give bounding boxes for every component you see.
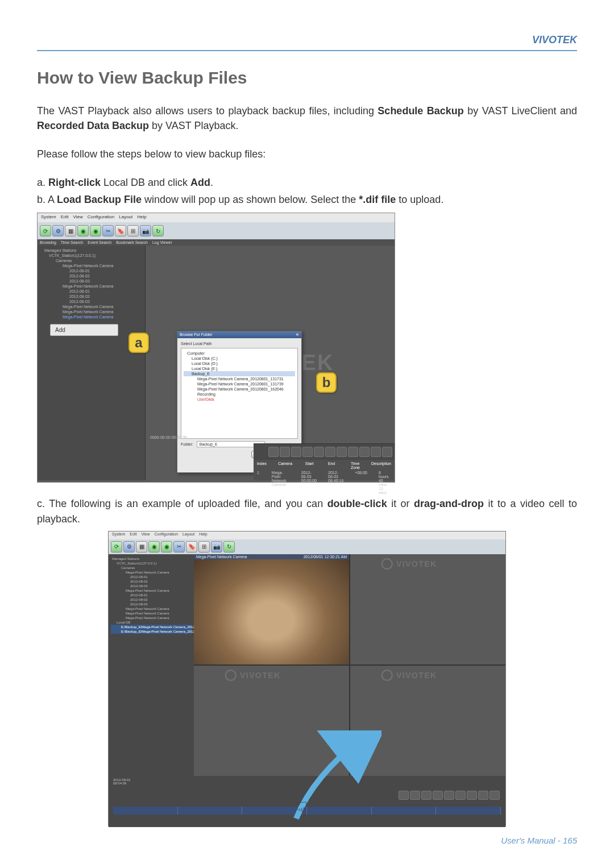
menu-edit[interactable]: Edit (61, 214, 69, 221)
sc-date-3b[interactable]: 2012-08-03 (111, 602, 192, 607)
node-backup[interactable]: Backup_E (184, 371, 295, 376)
sc-tree-cam5[interactable]: Mega-Pixel Network Camera (111, 616, 192, 620)
sc-ctrl-4[interactable] (433, 791, 443, 800)
sc-menu-system[interactable]: System (112, 532, 125, 539)
pb-btn-5[interactable] (314, 447, 324, 457)
sc-tree-cam[interactable]: Mega-Pixel Network Camera (111, 570, 192, 575)
sc-tree-local[interactable]: Local DB (111, 620, 192, 625)
tree-date2-1[interactable]: 2012-08-01 (40, 289, 143, 294)
tree-date2-3[interactable]: 2012-08-03 (40, 299, 143, 304)
tree-date-2[interactable]: 2012-08-02 (40, 273, 143, 279)
node-recording[interactable]: Recording (184, 392, 295, 397)
sc-ctrl-3[interactable] (421, 791, 432, 800)
sc-tb-8[interactable]: ⊞ (198, 541, 210, 553)
pb-btn-4[interactable] (302, 447, 313, 457)
table-row[interactable]: 1 Mega-Pixel Network Camera 2012-08-03 0… (257, 470, 391, 495)
node-f3[interactable]: Mega-Pixel Network Camera_20120801_16204… (184, 387, 295, 392)
sc-tb-7[interactable]: 🔖 (186, 541, 197, 553)
sc-tb-4[interactable]: ◉ (148, 541, 160, 553)
pb-btn-1[interactable] (268, 447, 279, 457)
pb-btn-7[interactable] (337, 447, 347, 457)
sc-menu-view[interactable]: View (141, 532, 150, 539)
sc-tb-2[interactable]: ⚙ (123, 541, 135, 553)
node-userdata[interactable]: UserData (184, 397, 295, 402)
node-f1[interactable]: Mega-Pixel Network Camera_20120801_13173… (184, 376, 295, 381)
sc-menu-layout[interactable]: Layout (182, 532, 194, 539)
sc-ctrl-9[interactable] (489, 791, 500, 800)
sc-tb-9[interactable]: 📷 (211, 541, 222, 553)
sc-date-1[interactable]: 2012-08-01 (111, 575, 192, 579)
tree-cam5[interactable]: Mega-Pixel Network Camera (40, 314, 143, 319)
sc-menu-edit[interactable]: Edit (130, 532, 136, 539)
sc-tree-station[interactable]: VCTK_Station1(127.0.0.1) (111, 561, 192, 566)
sc-tree-cam3[interactable]: Mega-Pixel Network Camera (111, 607, 192, 611)
sc-ctrl-2[interactable] (410, 791, 420, 800)
sc-menu-help[interactable]: Help (199, 532, 207, 539)
pb-btn-9[interactable] (359, 447, 370, 457)
tree-root[interactable]: Managed Stations (40, 248, 143, 253)
sc-tb-1[interactable]: ⟳ (111, 541, 122, 553)
sc-tree-cameras[interactable]: Cameras (111, 566, 192, 570)
menu-layout[interactable]: Layout (119, 214, 132, 221)
sc-ctrl-1[interactable] (399, 791, 409, 800)
sc-ctrl-8[interactable] (478, 791, 488, 800)
toolbar-btn-7[interactable]: 🔖 (115, 225, 126, 236)
sc-tb-6[interactable]: ✂ (173, 541, 185, 553)
sc-ctrl-5[interactable] (444, 791, 454, 800)
tab-timesearch[interactable]: Time Search (61, 240, 83, 244)
sc-sidebar[interactable]: Managed Stations VCTK_Station1(127.0.0.1… (109, 554, 194, 776)
sc-tb-3[interactable]: ▦ (136, 541, 147, 553)
toolbar-btn-2[interactable]: ⚙ (52, 225, 64, 236)
node-d[interactable]: Local Disk (D:) (184, 361, 295, 366)
toolbar-btn-3[interactable]: ▦ (65, 225, 76, 236)
menu-configuration[interactable]: Configuration (88, 214, 115, 221)
node-e[interactable]: Local Disk (E:) (184, 366, 295, 371)
menu-help[interactable]: Help (137, 214, 146, 221)
sc-date-3[interactable]: 2012-08-03 (111, 584, 192, 588)
tab-eventsearch[interactable]: Event Search (88, 240, 111, 244)
tree-cam3[interactable]: Mega-Pixel Network Camera (40, 304, 143, 309)
pb-btn-6[interactable] (325, 447, 335, 457)
tree-date-1[interactable]: 2012-08-01 (40, 268, 143, 273)
pb-btn-11[interactable] (382, 447, 392, 457)
dialog-close-icon[interactable]: ✕ (296, 333, 299, 337)
tree-cam1[interactable]: Mega-Pixel Network Camera (40, 263, 143, 268)
sc-date-2[interactable]: 2012-08-02 (111, 579, 192, 584)
tree-cam2[interactable]: Mega-Pixel Network Camera (40, 284, 143, 289)
sc-date-2b[interactable]: 2012-08-02 (111, 597, 192, 602)
video-cell-2[interactable]: VIVOTEK (350, 554, 505, 665)
pb-btn-10[interactable] (371, 447, 381, 457)
tab-logviewer[interactable]: Log Viewer (152, 240, 172, 244)
tree-station[interactable]: VCTK_Station1(127.0.0.1) (40, 253, 143, 258)
sc-backup-1[interactable]: E:\Backup_E\Mega-Pixel Network Camera_20… (111, 625, 192, 629)
video-cell-3[interactable]: VIVOTEK (194, 666, 349, 776)
sc-ctrl-7[interactable] (467, 791, 477, 800)
sc-tb-10[interactable]: ↻ (223, 541, 235, 553)
menu-system[interactable]: System (41, 214, 56, 221)
video-cell-4[interactable]: VIVOTEK (350, 666, 505, 776)
tree-cameras[interactable]: Cameras (40, 258, 143, 263)
toolbar-btn-5[interactable]: ◉ (90, 225, 101, 236)
tree-cam4[interactable]: Mega-Pixel Network Camera (40, 309, 143, 314)
sc-menu-config[interactable]: Configuration (154, 532, 178, 539)
node-f2[interactable]: Mega-Pixel Network Camera_20120801_13173… (184, 381, 295, 387)
toolbar-btn-9[interactable]: 📷 (140, 225, 151, 236)
pb-btn-8[interactable] (348, 447, 358, 457)
sc-date-1b[interactable]: 2012-08-01 (111, 593, 192, 597)
toolbar-btn-1[interactable]: ⟳ (40, 225, 51, 236)
toolbar-btn-4[interactable]: ◉ (77, 225, 89, 236)
sc-backup-2[interactable]: E:\Backup_E\Mega-Pixel Network Camera_20… (111, 629, 192, 634)
sc-tree-cam2[interactable]: Mega-Pixel Network Camera (111, 588, 192, 593)
node-computer[interactable]: Computer (184, 351, 295, 356)
pb-btn-3[interactable] (291, 447, 301, 457)
toolbar-btn-6[interactable]: ✂ (102, 225, 114, 236)
sidebar-tree[interactable]: Managed Stations VCTK_Station1(127.0.0.1… (38, 246, 146, 480)
tab-browsing[interactable]: Browsing (40, 240, 56, 244)
tree-date2-2[interactable]: 2012-08-02 (40, 294, 143, 299)
node-c[interactable]: Local Disk (C:) (184, 356, 295, 361)
sc-tree-cam4[interactable]: Mega-Pixel Network Camera (111, 611, 192, 616)
video-cell-1[interactable]: Mega-Pixel Network Camera 2012/08/01 12:… (194, 554, 349, 665)
dialog-tree[interactable]: Computer Local Disk (C:) Local Disk (D:)… (181, 348, 298, 439)
sc-tree-root[interactable]: Managed Stations (111, 556, 192, 561)
tab-bookmarksearch[interactable]: Bookmark Search (116, 240, 148, 244)
